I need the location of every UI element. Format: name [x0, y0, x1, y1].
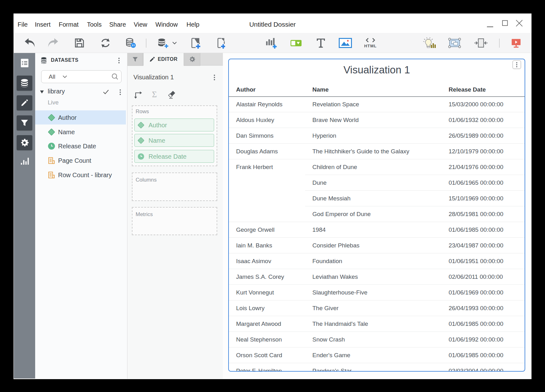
svg-text:HTML: HTML [364, 44, 377, 48]
